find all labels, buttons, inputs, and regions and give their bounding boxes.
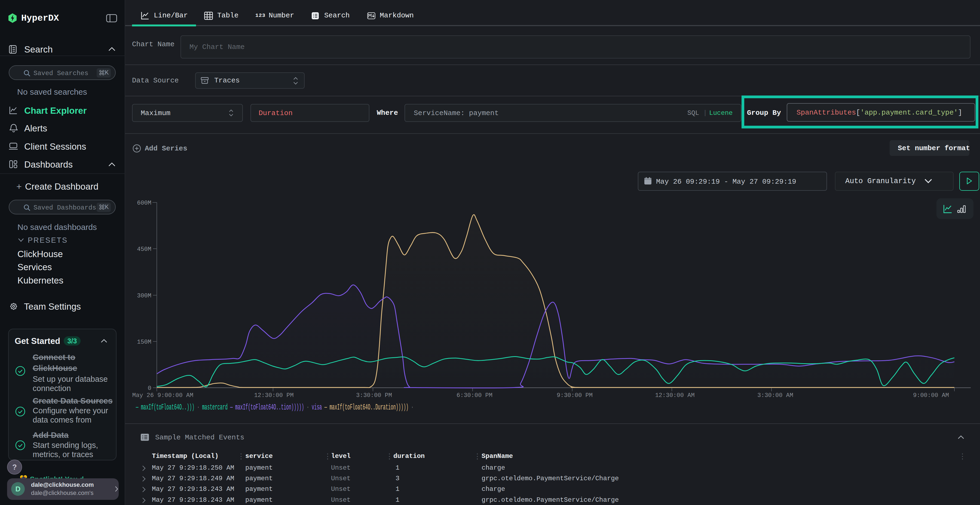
svg-text:6:30:00 PM: 6:30:00 PM xyxy=(457,392,492,399)
svg-text:600M: 600M xyxy=(137,200,151,206)
svg-text:0: 0 xyxy=(148,385,151,392)
svg-text:May 26 9:00:00 AM: May 26 9:00:00 AM xyxy=(132,392,193,399)
svg-text:450M: 450M xyxy=(137,246,151,253)
svg-text:150M: 150M xyxy=(137,339,151,346)
svg-text:9:30:00 PM: 9:30:00 PM xyxy=(557,392,593,399)
svg-text:12:30:00 PM: 12:30:00 PM xyxy=(254,392,293,399)
svg-text:12:30:00 AM: 12:30:00 AM xyxy=(655,392,694,399)
svg-text:9:00:00 AM: 9:00:00 AM xyxy=(913,392,949,399)
svg-text:3:30:00 PM: 3:30:00 PM xyxy=(356,392,392,399)
svg-text:300M: 300M xyxy=(137,292,151,299)
svg-text:3:30:00 AM: 3:30:00 AM xyxy=(757,392,793,399)
